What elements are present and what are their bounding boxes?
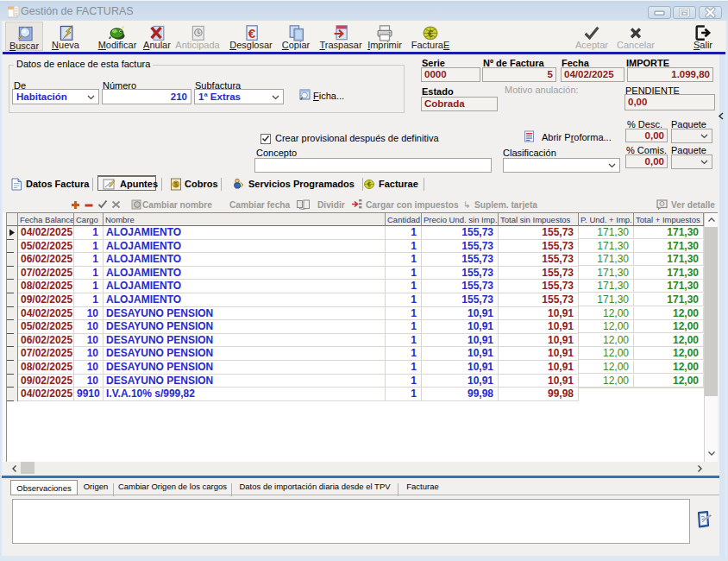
svg-text:€: € <box>248 26 255 41</box>
svg-text:$: $ <box>174 180 179 188</box>
svg-text:€: € <box>367 180 372 188</box>
svg-text:€: € <box>428 28 433 39</box>
